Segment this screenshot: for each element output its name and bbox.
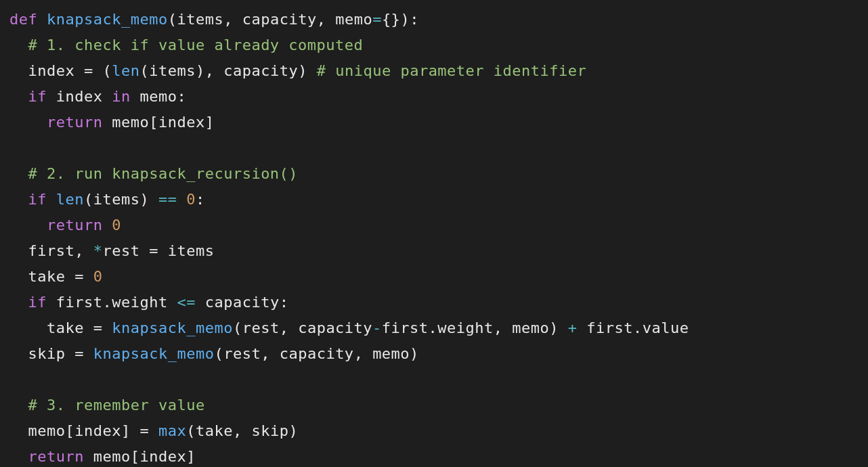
assign: = xyxy=(84,319,112,336)
minus: - xyxy=(372,319,382,336)
star: * xyxy=(93,242,103,259)
id-memo: memo xyxy=(28,422,66,439)
assign: = xyxy=(65,268,93,285)
bracket-open: [ xyxy=(149,114,158,131)
code-line: index = (len(items), capacity) # unique … xyxy=(9,62,586,79)
comma: , xyxy=(494,319,513,336)
bracket-close: ] xyxy=(121,422,131,439)
number-zero: 0 xyxy=(186,191,196,208)
builtin-max: max xyxy=(158,422,186,439)
paren-close: ) xyxy=(400,11,410,28)
keyword-return: return xyxy=(47,114,102,131)
paren-open: ( xyxy=(168,11,177,28)
param-items: items xyxy=(177,11,223,28)
keyword-return: return xyxy=(28,448,84,465)
id-take: take xyxy=(47,319,84,336)
colon: : xyxy=(196,191,205,208)
bracket-close: ] xyxy=(205,114,215,131)
id-index: index xyxy=(28,62,75,79)
code-line: take = knapsack_memo(rest, capacity-firs… xyxy=(9,319,689,336)
code-block: def knapsack_memo(items, capacity, memo=… xyxy=(0,0,868,467)
attr-weight: weight xyxy=(112,294,167,311)
code-line: take = 0 xyxy=(9,268,102,285)
id-memo: memo xyxy=(372,345,410,362)
id-memo: memo xyxy=(512,319,549,336)
dot: . xyxy=(633,319,643,336)
comment-unique: # unique parameter identifier xyxy=(317,62,587,79)
id-capacity: capacity xyxy=(298,319,372,336)
attr-value: value xyxy=(643,319,689,336)
builtin-len: len xyxy=(112,62,139,79)
comma: , xyxy=(354,345,373,362)
keyword-return: return xyxy=(47,217,102,234)
number-zero: 0 xyxy=(112,217,121,234)
id-first: first xyxy=(56,294,103,311)
comment-step3: # 3. remember value xyxy=(28,397,205,414)
id-first: first xyxy=(586,319,633,336)
id-take: take xyxy=(28,268,66,285)
function-call: knapsack_memo xyxy=(112,319,233,336)
assign: = xyxy=(131,422,158,439)
paren-open: ( xyxy=(102,62,112,79)
comment-step2: # 2. run knapsack_recursion() xyxy=(28,165,299,182)
keyword-if: if xyxy=(28,191,47,208)
assign: = xyxy=(139,242,167,259)
bracket-open: [ xyxy=(65,422,74,439)
id-skip: skip xyxy=(28,345,66,362)
id-take: take xyxy=(196,422,233,439)
comma: , xyxy=(233,422,252,439)
paren-open: ( xyxy=(214,345,223,362)
code-line: memo[index] = max(take, skip) xyxy=(9,422,298,439)
id-rest: rest xyxy=(242,319,280,336)
id-items: items xyxy=(168,242,215,259)
id-memo: memo xyxy=(93,448,131,465)
code-line: first, *rest = items xyxy=(9,242,214,259)
code-line: return 0 xyxy=(9,217,121,234)
equals: = xyxy=(372,11,382,28)
code-line: def knapsack_memo(items, capacity, memo=… xyxy=(9,11,419,28)
assign: = xyxy=(65,345,93,362)
op-eqeq: == xyxy=(158,191,177,208)
id-first: first xyxy=(382,319,429,336)
id-capacity: capacity xyxy=(280,345,354,362)
paren-close: ) xyxy=(549,319,559,336)
function-call: knapsack_memo xyxy=(93,345,215,362)
colon: : xyxy=(410,11,419,28)
code-line: if first.weight <= capacity: xyxy=(9,294,288,311)
id-index: index xyxy=(56,88,103,105)
id-rest: rest xyxy=(223,345,261,362)
keyword-if: if xyxy=(28,88,47,105)
code-line: if index in memo: xyxy=(9,88,186,105)
comma: , xyxy=(223,11,242,28)
number-zero: 0 xyxy=(93,268,103,285)
keyword-def: def xyxy=(9,11,37,28)
plus: + xyxy=(568,319,578,336)
bracket-close: ] xyxy=(186,448,196,465)
paren-open: ( xyxy=(139,62,149,79)
comma: , xyxy=(261,345,280,362)
paren-open: ( xyxy=(233,319,242,336)
comma: , xyxy=(74,242,93,259)
id-index: index xyxy=(158,114,205,131)
code-line: skip = knapsack_memo(rest, capacity, mem… xyxy=(9,345,419,362)
id-rest: rest xyxy=(102,242,139,259)
op-le: <= xyxy=(177,294,196,311)
param-capacity: capacity xyxy=(242,11,317,28)
code-line: # 3. remember value xyxy=(9,397,205,414)
id-memo: memo xyxy=(112,114,149,131)
paren-close: ) xyxy=(288,422,298,439)
empty-dict: {} xyxy=(382,11,401,28)
id-first: first xyxy=(28,242,75,259)
code-line: return memo[index] xyxy=(9,448,196,465)
colon: : xyxy=(280,294,289,311)
id-index: index xyxy=(74,422,121,439)
keyword-if: if xyxy=(28,294,47,311)
paren-close: ) xyxy=(196,62,205,79)
paren-close: ) xyxy=(298,62,307,79)
code-line: # 1. check if value already computed xyxy=(9,37,363,53)
id-skip: skip xyxy=(251,422,288,439)
code-line: return memo[index] xyxy=(9,114,214,131)
function-name: knapsack_memo xyxy=(47,11,168,28)
attr-weight: weight xyxy=(437,319,493,336)
paren-open: ( xyxy=(186,422,196,439)
